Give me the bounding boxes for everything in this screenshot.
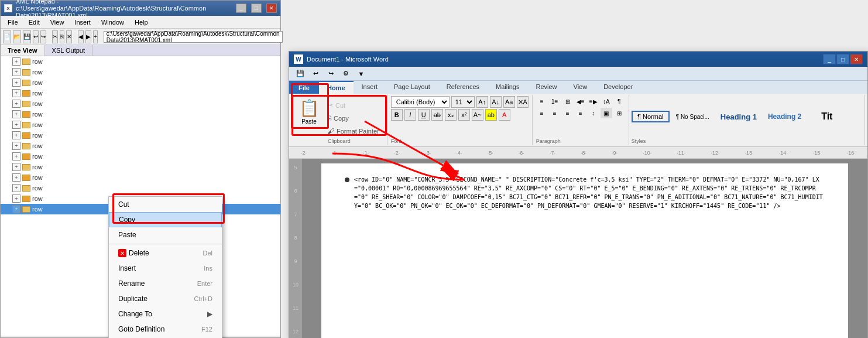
outdent-button[interactable]: ◀ — [78, 30, 84, 43]
tree-expander[interactable]: + — [12, 78, 20, 87]
open-button[interactable]: 📂 — [13, 30, 21, 43]
ribbon-tab-developer[interactable]: Developer — [595, 81, 641, 94]
tree-row[interactable]: + row — [1, 130, 280, 141]
tree-expander[interactable]: + — [12, 68, 20, 76]
copy-ribbon-button[interactable]: ⎘ Copy — [324, 112, 382, 124]
bold-button[interactable]: B — [391, 109, 403, 121]
change-case-button[interactable]: Aa — [503, 96, 515, 108]
tree-row[interactable]: + row — [1, 141, 280, 151]
font-family-select[interactable]: Calibri (Body) — [391, 96, 450, 108]
superscript-button[interactable]: x² — [458, 109, 470, 121]
ctx-rename[interactable]: Rename Enter — [109, 276, 222, 291]
shrink-font-button[interactable]: A↓ — [490, 96, 502, 108]
menu-view[interactable]: View — [46, 18, 69, 27]
tree-row[interactable]: + row — [1, 183, 280, 193]
paste-button[interactable]: 📋 Paste — [296, 96, 322, 127]
ctx-delete[interactable]: ✕ Delete Del — [109, 245, 222, 261]
ribbon-tab-mailings[interactable]: Mailings — [488, 81, 527, 94]
align-left-button[interactable]: ≡ — [536, 108, 548, 118]
clear-format-button[interactable]: ✕A — [517, 96, 529, 108]
subscript-button[interactable]: x₂ — [445, 109, 457, 121]
ctx-duplicate[interactable]: Duplicate Ctrl+D — [109, 291, 222, 306]
cut-toolbar-button[interactable]: ✂ — [52, 30, 58, 43]
tree-row[interactable]: + row — [1, 98, 280, 109]
increase-indent-button[interactable]: ≡▶ — [588, 96, 599, 107]
copy-toolbar-button[interactable]: ⎘ — [60, 30, 64, 43]
show-formatting-button[interactable]: ¶ — [613, 96, 625, 107]
word-document-area[interactable]: 5 6 7 8 9 10 11 12 <row ID="0" NAME="CON… — [289, 159, 867, 338]
menu-help[interactable]: Help — [130, 18, 153, 27]
underline-button[interactable]: U — [418, 109, 430, 121]
tree-expander[interactable]: + — [12, 152, 20, 161]
redo-button[interactable]: ↪ — [40, 30, 46, 43]
expand-button[interactable]: + — [93, 30, 98, 43]
line-spacing-button[interactable]: ↕ — [588, 108, 599, 118]
qat-dropdown[interactable]: ▼ — [355, 68, 368, 80]
qat-redo[interactable]: ↪ — [324, 68, 337, 80]
cut-button[interactable]: ✂ Cut — [324, 100, 382, 111]
tree-row[interactable]: + row — [1, 67, 280, 77]
maximize-button[interactable]: □ — [251, 4, 262, 13]
sort-button[interactable]: ↕A — [601, 96, 612, 107]
justify-button[interactable]: ≡ — [575, 108, 586, 118]
tree-row[interactable]: + row — [1, 151, 280, 162]
tree-expander[interactable]: + — [12, 184, 20, 192]
ribbon-tab-file[interactable]: File — [289, 81, 319, 94]
ribbon-tab-insert[interactable]: Insert — [354, 81, 386, 94]
tree-row[interactable]: + row — [1, 120, 280, 130]
font-color-button[interactable]: A — [499, 109, 510, 121]
ctx-change-to[interactable]: Change To ▶ — [109, 306, 222, 322]
minimize-button[interactable]: _ — [236, 4, 246, 13]
style-heading2[interactable]: Heading 2 — [763, 110, 806, 123]
menu-insert[interactable]: Insert — [70, 18, 95, 27]
tree-expander[interactable]: + — [12, 100, 20, 108]
word-close-button[interactable]: ✕ — [850, 54, 863, 64]
word-minimize-button[interactable]: _ — [823, 54, 836, 64]
delete-toolbar-button[interactable]: ✕ — [66, 30, 72, 43]
word-maximize-button[interactable]: □ — [836, 54, 849, 64]
menu-window[interactable]: Window — [97, 18, 129, 27]
tree-expander[interactable]: + — [12, 89, 20, 97]
ctx-cut[interactable]: Cut — [109, 197, 222, 212]
tree-expander[interactable]: + — [12, 205, 20, 213]
tree-expander[interactable]: + — [12, 121, 20, 129]
tab-xsl-output[interactable]: XSL Output — [45, 45, 92, 56]
tree-expander[interactable]: + — [12, 194, 20, 203]
align-center-button[interactable]: ≡ — [549, 108, 561, 118]
tree-row[interactable]: + row — [1, 172, 280, 183]
tree-row[interactable]: + row — [1, 162, 280, 172]
ctx-insert[interactable]: Insert Ins — [109, 261, 222, 276]
ctx-paste[interactable]: Paste — [109, 227, 222, 243]
ribbon-tab-references[interactable]: References — [438, 81, 488, 94]
decrease-indent-button[interactable]: ◀≡ — [575, 96, 586, 107]
new-button[interactable]: 📄 — [3, 30, 11, 43]
format-painter-button[interactable]: 🖌 Format Painter — [324, 125, 382, 137]
undo-button[interactable]: ↩ — [33, 30, 39, 43]
tree-row[interactable]: + row — [1, 109, 280, 120]
ribbon-tab-review[interactable]: Review — [527, 81, 565, 94]
ribbon-tab-view[interactable]: View — [565, 81, 596, 94]
style-title[interactable]: Tit — [808, 109, 846, 124]
font-size-select[interactable]: 11 — [451, 96, 475, 108]
ribbon-tab-home[interactable]: Home — [319, 81, 354, 94]
menu-edit[interactable]: Edit — [24, 18, 44, 27]
text-effects-button[interactable]: A~ — [472, 109, 483, 121]
word-page[interactable]: <row ID="0" NAME="CONCR_3.5" SECOND_NAME… — [321, 163, 848, 338]
italic-button[interactable]: I — [404, 109, 416, 121]
tree-expander[interactable]: + — [12, 173, 20, 182]
tree-expander[interactable]: + — [12, 142, 20, 150]
style-no-spacing[interactable]: ¶ No Spaci... — [671, 111, 714, 122]
indent-button[interactable]: ▶ — [85, 30, 91, 43]
strikethrough-button[interactable]: ab — [431, 109, 443, 121]
close-button[interactable]: ✕ — [266, 4, 277, 13]
tree-row[interactable]: + row — [1, 77, 280, 88]
tab-tree-view[interactable]: Tree View — [1, 45, 45, 56]
style-normal[interactable]: ¶ Normal — [632, 111, 670, 122]
style-heading1[interactable]: Heading 1 — [716, 110, 761, 124]
save-button[interactable]: 💾 — [23, 30, 31, 43]
tree-row[interactable]: + row — [1, 56, 280, 67]
ctx-goto-definition[interactable]: Goto Definition F12 — [109, 322, 222, 337]
tree-expander[interactable]: + — [12, 57, 20, 66]
tree-expander[interactable]: + — [12, 163, 20, 171]
multilevel-button[interactable]: ⊞ — [562, 96, 574, 107]
